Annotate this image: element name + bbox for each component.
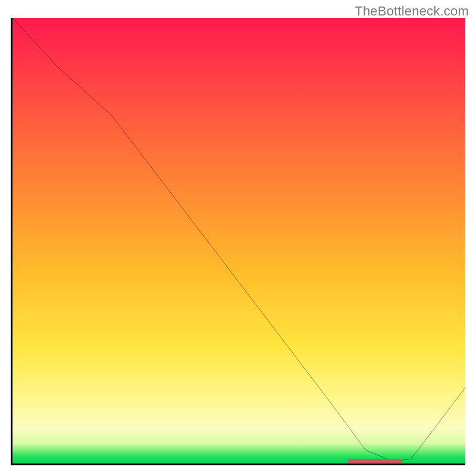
chart-container: TheBottleneck.com (0, 0, 476, 476)
optimal-range-marker (347, 459, 402, 463)
plot-area (11, 18, 465, 465)
bottleneck-curve (12, 18, 465, 464)
watermark-text: TheBottleneck.com (355, 4, 469, 19)
